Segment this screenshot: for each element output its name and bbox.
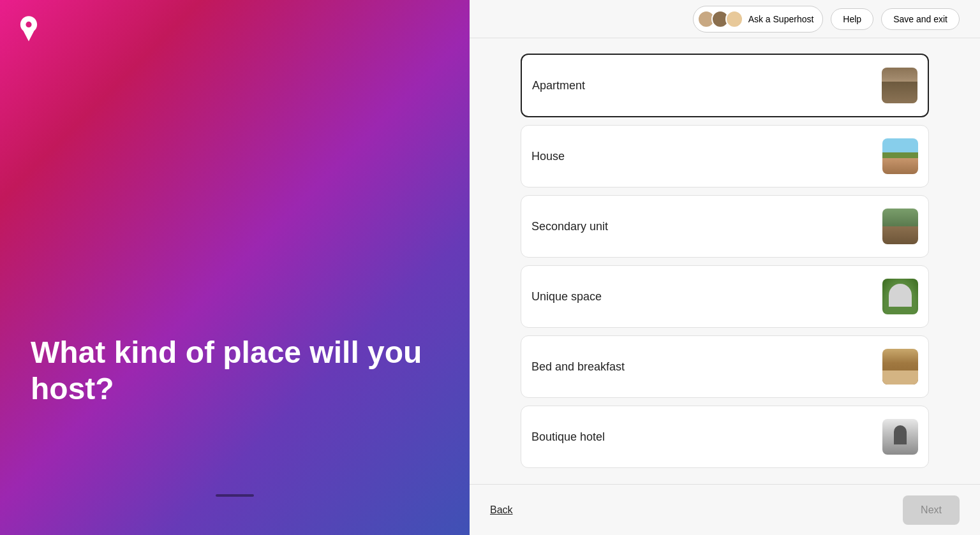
option-label-secondary-unit: Secondary unit [531,220,608,233]
option-card-house[interactable]: House [521,125,929,187]
airbnb-logo [15,15,42,45]
save-exit-button[interactable]: Save and exit [881,8,960,30]
back-button[interactable]: Back [490,504,513,516]
option-image-house [882,138,918,174]
option-card-bed-and-breakfast[interactable]: Bed and breakfast [521,335,929,398]
option-label-bed-and-breakfast: Bed and breakfast [531,360,625,374]
option-image-apartment [882,68,917,103]
help-button[interactable]: Help [831,8,873,30]
header: Ask a Superhost Help Save and exit [470,0,980,38]
next-button[interactable]: Next [903,495,960,525]
footer: Back Next [470,484,980,535]
back-label: Back [490,504,513,515]
option-label-house: House [531,150,565,163]
page-heading: What kind of place will you host? [31,334,439,407]
option-image-boutique-hotel [882,419,918,455]
ask-superhost-button[interactable]: Ask a Superhost [693,6,824,33]
option-label-unique-space: Unique space [531,290,602,304]
next-label: Next [921,504,942,515]
help-label: Help [843,14,861,24]
options-list: ApartmentHouseSecondary unitUnique space… [470,38,980,484]
option-image-secondary-unit [882,209,918,244]
right-panel: Ask a Superhost Help Save and exit Apart… [470,0,980,535]
option-card-boutique-hotel[interactable]: Boutique hotel [521,406,929,468]
option-card-secondary-unit[interactable]: Secondary unit [521,195,929,258]
avatar-3 [725,10,743,28]
option-card-apartment[interactable]: Apartment [521,54,929,117]
superhost-avatars [697,10,743,28]
option-card-unique-space[interactable]: Unique space [521,265,929,328]
left-panel: What kind of place will you host? [0,0,470,535]
option-image-bed-and-breakfast [882,349,918,385]
option-image-unique-space [882,279,918,314]
option-label-apartment: Apartment [532,79,585,92]
save-exit-label: Save and exit [893,14,947,24]
scroll-indicator [216,494,254,497]
option-label-boutique-hotel: Boutique hotel [531,430,605,444]
ask-superhost-label: Ask a Superhost [748,14,814,24]
